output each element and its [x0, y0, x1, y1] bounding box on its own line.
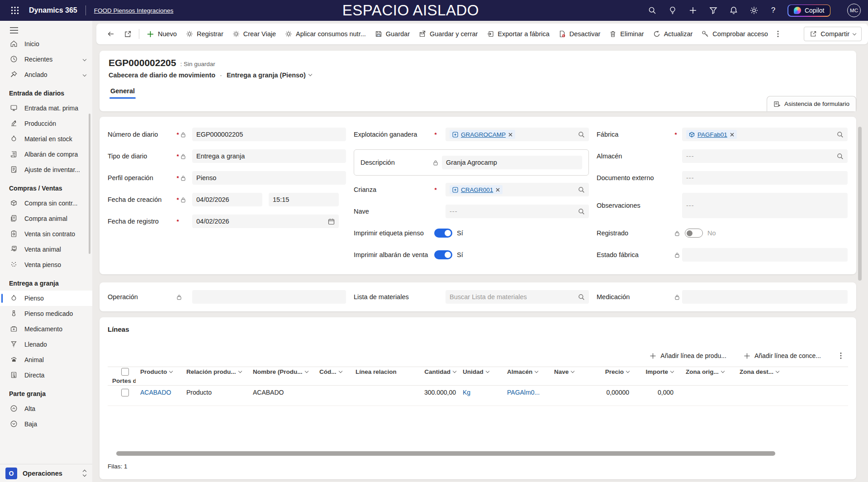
sidebar-item-venta-sin-contrato[interactable]: Venta sin contrato: [0, 226, 92, 242]
sidebar-item-directa[interactable]: Directa: [0, 367, 92, 383]
sidebar-item-ajuste-de-inventario[interactable]: Ajuste de inventar...: [0, 162, 92, 177]
sidebar-item-alta[interactable]: Alta: [0, 401, 92, 416]
sidebar-item-compra-sin-contrato[interactable]: Compra sin contr...: [0, 196, 92, 211]
sidebar-item-medicamento[interactable]: Medicamento: [0, 321, 92, 337]
column-header-nave[interactable]: Nave: [550, 368, 588, 375]
help-icon[interactable]: ?: [770, 6, 776, 15]
sidebar-item-animal[interactable]: Animal: [0, 352, 92, 367]
registrado-toggle[interactable]: [685, 229, 703, 238]
lookup-search-icon[interactable]: [578, 294, 585, 301]
comprobar-acceso-button[interactable]: Comprobar acceso: [697, 26, 772, 42]
form-assistant-button[interactable]: Asistencia de formulario: [767, 96, 856, 111]
grid-horizontal-scrollbar[interactable]: [108, 451, 848, 456]
column-header-producto[interactable]: Producto: [136, 368, 182, 375]
sidebar-item-baja[interactable]: Baja: [0, 416, 92, 432]
sidebar-item-compra-animal[interactable]: Compra animal: [0, 211, 92, 226]
column-header-importe[interactable]: Importe: [631, 368, 676, 375]
sidebar-item-llenado[interactable]: Llenado: [0, 337, 92, 352]
lookup-search-icon[interactable]: [837, 131, 844, 138]
user-avatar[interactable]: MC: [847, 4, 861, 17]
lookup-search-icon[interactable]: [578, 208, 585, 215]
column-header-almacen[interactable]: Almacén: [503, 368, 550, 375]
lightbulb-icon[interactable]: [668, 6, 677, 15]
grid-more-commands-button[interactable]: [838, 351, 844, 360]
documento-externo-input[interactable]: ---: [682, 171, 848, 185]
compartir-button[interactable]: Compartir: [804, 27, 862, 41]
nuevo-button[interactable]: Nuevo: [142, 26, 181, 42]
quick-create-plus-icon[interactable]: [688, 6, 697, 15]
tab-general[interactable]: General: [109, 85, 137, 99]
lookup-search-icon[interactable]: [578, 131, 585, 138]
fabrica-lookup-input[interactable]: PAGFab01: [682, 128, 848, 141]
select-all-checkbox[interactable]: [121, 368, 129, 376]
aplicar-consumos-button[interactable]: Aplicar consumos nutr...: [281, 26, 370, 42]
column-header-portes[interactable]: Portes de c...: [108, 377, 136, 384]
breadcrumb-form-selector[interactable]: Entrega a granja (Pienso): [227, 72, 312, 79]
fecha-creacion-time-input[interactable]: 15:15: [269, 193, 339, 206]
app-launcher-waffle-icon[interactable]: [7, 3, 23, 18]
sidebar-item-inicio[interactable]: Inicio: [0, 36, 92, 52]
copilot-button[interactable]: Copilot: [787, 5, 830, 17]
imprimir-albaran-toggle[interactable]: [434, 250, 452, 259]
column-header-zona-destino[interactable]: Zona dest...: [735, 368, 785, 375]
imprimir-etiqueta-toggle[interactable]: [434, 229, 452, 238]
column-header-linea-relacionada[interactable]: Línea relacion...: [351, 368, 396, 375]
explotacion-lookup-input[interactable]: GRAGROCAMP: [446, 128, 589, 141]
sidebar-item-venta-pienso[interactable]: Venta pienso: [0, 257, 92, 272]
medicacion-input[interactable]: [682, 290, 848, 304]
explotacion-record-chip[interactable]: GRAGROCAMP: [450, 130, 515, 139]
sidebar-item-venta-animal[interactable]: Venta animal: [0, 242, 92, 257]
remove-chip-icon[interactable]: [508, 133, 512, 137]
numero-diario-input[interactable]: EGP000002205: [192, 128, 346, 141]
area-switcher-operaciones[interactable]: O Operaciones: [0, 464, 92, 482]
fecha-registro-input[interactable]: 04/02/2026: [192, 215, 339, 228]
back-button[interactable]: [103, 26, 119, 42]
almacen-lookup-input[interactable]: ---: [682, 149, 848, 163]
main-vertical-scrollbar[interactable]: [858, 127, 862, 281]
remove-chip-icon[interactable]: [496, 188, 500, 192]
exportar-a-fabrica-button[interactable]: Exportar a fábrica: [483, 26, 553, 42]
lista-materiales-lookup-input[interactable]: Buscar Lista de materiales: [446, 290, 589, 304]
search-icon[interactable]: [648, 6, 657, 15]
crianza-record-chip[interactable]: CRAGR001: [450, 185, 503, 194]
sidebar-item-material-en-stock[interactable]: Material en stock: [0, 131, 92, 147]
sidebar-item-produccion[interactable]: Producción: [0, 116, 92, 131]
row-checkbox[interactable]: [121, 389, 129, 396]
more-commands-button[interactable]: [773, 26, 783, 42]
lookup-search-icon[interactable]: [578, 186, 585, 193]
calendar-icon[interactable]: [328, 218, 335, 225]
eliminar-button[interactable]: Eliminar: [605, 26, 648, 42]
registrar-button[interactable]: Registrar: [182, 26, 228, 42]
hamburger-menu-icon[interactable]: [0, 21, 92, 36]
crianza-lookup-input[interactable]: CRAGR001: [446, 183, 589, 196]
add-product-line-button[interactable]: Añadir línea de produ...: [650, 352, 726, 359]
column-header-codigo[interactable]: Cód...: [315, 368, 351, 375]
observaciones-input[interactable]: ---: [682, 193, 848, 218]
fabrica-record-chip[interactable]: PAGFab01: [686, 130, 737, 139]
open-in-new-window-button[interactable]: [120, 26, 136, 42]
filter-icon[interactable]: [709, 6, 718, 15]
sidebar-item-entrada-mat-prima[interactable]: Entrada mat. prima: [0, 100, 92, 116]
desactivar-button[interactable]: Desactivar: [555, 26, 605, 42]
perfil-operacion-input[interactable]: Pienso: [192, 171, 346, 185]
sidebar-item-anclado[interactable]: Anclado: [0, 67, 92, 82]
remove-chip-icon[interactable]: [730, 133, 734, 137]
sidebar-item-recientes[interactable]: Recientes: [0, 52, 92, 67]
sidebar-item-pienso-medicado[interactable]: Pienso medicado: [0, 306, 92, 321]
tipo-diario-input[interactable]: Entrega a granja: [192, 149, 346, 163]
add-concept-line-button[interactable]: Añadir línea de conce...: [744, 352, 821, 359]
lookup-search-icon[interactable]: [837, 153, 844, 160]
estado-fabrica-input[interactable]: [682, 248, 848, 262]
column-header-zona-origen[interactable]: Zona orig...: [676, 368, 735, 375]
descripcion-input[interactable]: Granja Agrocamp: [442, 156, 582, 169]
crear-viaje-button[interactable]: Crear Viaje: [228, 26, 280, 42]
sidebar-scrollbar[interactable]: [89, 114, 90, 254]
column-header-nombre[interactable]: Nombre (Produ...: [248, 368, 315, 375]
nave-lookup-input[interactable]: ---: [446, 205, 589, 218]
guardar-button[interactable]: Guardar: [371, 26, 414, 42]
sidebar-item-albaran-de-compra[interactable]: Albarán de compra: [0, 147, 92, 162]
column-header-precio[interactable]: Precio: [588, 368, 631, 375]
settings-gear-icon[interactable]: [749, 6, 759, 15]
brand-title[interactable]: Dynamics 365: [29, 6, 77, 14]
column-header-cantidad[interactable]: Cantidad: [396, 368, 458, 375]
